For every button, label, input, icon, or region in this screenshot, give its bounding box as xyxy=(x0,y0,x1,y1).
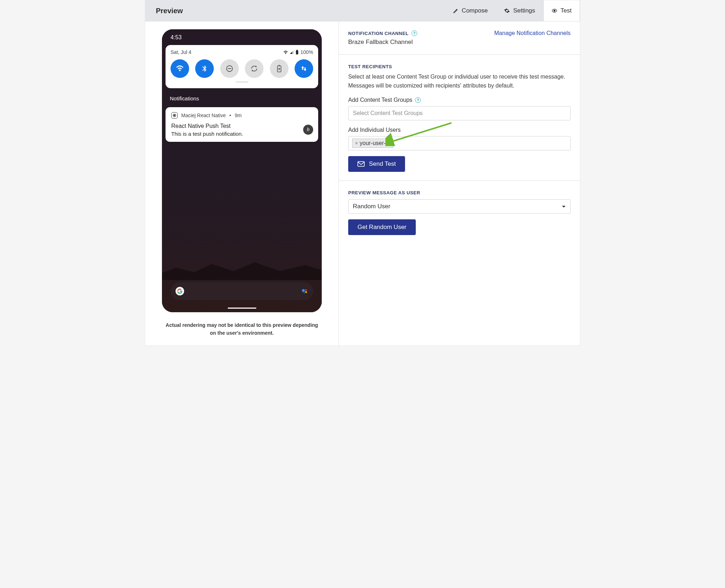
channel-value: Braze Fallback Channel xyxy=(348,39,571,46)
notifications-heading: Notifications xyxy=(162,88,322,104)
dnd-icon xyxy=(226,65,233,73)
svg-point-14 xyxy=(304,293,305,294)
groups-field-label: Add Content Test Groups xyxy=(348,97,412,103)
svg-point-7 xyxy=(174,115,175,116)
gear-icon xyxy=(504,8,510,14)
qs-wifi-toggle[interactable] xyxy=(171,59,189,78)
chip-label: your-user-id xyxy=(360,140,390,146)
preview-user-select[interactable]: Random User xyxy=(348,199,571,214)
assistant-icon xyxy=(301,288,308,295)
content-test-groups-input[interactable] xyxy=(348,106,571,120)
notification-app-name: Maciej React Native xyxy=(181,113,226,118)
button-label: Get Random User xyxy=(357,224,406,231)
help-icon[interactable]: ? xyxy=(411,30,417,36)
notification-card[interactable]: Maciej React Native • 9m React Native Pu… xyxy=(166,107,318,142)
svg-rect-1 xyxy=(296,50,298,54)
preview-panel: 4:53 Sat, Jul 4 100% xyxy=(145,21,339,345)
tab-label: Test xyxy=(561,7,572,14)
app-shell: Preview Compose Settings Test xyxy=(145,0,580,346)
mountains-silhouette xyxy=(162,251,322,280)
qs-rotate-toggle[interactable] xyxy=(245,59,263,78)
battery-saver-icon xyxy=(276,65,282,73)
quick-settings-card: Sat, Jul 4 100% xyxy=(166,45,318,88)
battery-percent: 100% xyxy=(300,49,313,55)
status-indicators: 100% xyxy=(283,49,313,55)
notification-title: React Native Push Test xyxy=(171,123,312,129)
section-heading: NOTIFICATION CHANNEL xyxy=(348,31,409,36)
notification-channel-section: NOTIFICATION CHANNEL ? Manage Notificati… xyxy=(339,21,580,55)
page-title: Preview xyxy=(145,0,445,21)
caret-down-icon xyxy=(562,203,566,210)
section-heading: PREVIEW MESSAGE AS USER xyxy=(348,190,420,195)
envelope-icon xyxy=(357,161,365,167)
tab-label: Compose xyxy=(462,7,488,14)
send-test-button[interactable]: Send Test xyxy=(348,156,405,172)
svg-point-12 xyxy=(305,289,307,291)
tab-compose[interactable]: Compose xyxy=(445,0,496,21)
tab-settings[interactable]: Settings xyxy=(496,0,543,21)
svg-point-11 xyxy=(302,289,305,292)
individual-users-input[interactable]: ✕ your-user-id xyxy=(348,136,571,150)
users-field-label: Add Individual Users xyxy=(348,127,401,133)
groups-input-field[interactable] xyxy=(352,110,567,117)
section-heading: TEST RECIPIENTS xyxy=(348,64,392,69)
notification-age: 9m xyxy=(235,113,241,118)
tab-test[interactable]: Test xyxy=(543,0,580,21)
signal-icon xyxy=(290,50,294,54)
status-time: 4:53 xyxy=(162,29,322,43)
eye-icon xyxy=(552,8,557,14)
svg-point-13 xyxy=(305,291,307,293)
preview-disclaimer: Actual rendering may not be identical to… xyxy=(165,322,319,337)
rotate-icon xyxy=(250,65,258,73)
data-swap-icon xyxy=(300,65,307,72)
svg-rect-16 xyxy=(358,161,364,166)
top-bar: Preview Compose Settings Test xyxy=(145,0,580,21)
section-description: Select at least one Content Test Group o… xyxy=(348,73,571,90)
wifi-icon xyxy=(176,64,184,73)
tab-bar: Compose Settings Test xyxy=(445,0,580,21)
app-icon xyxy=(171,112,178,119)
google-search-pill[interactable] xyxy=(171,282,313,300)
user-chip[interactable]: ✕ your-user-id xyxy=(352,139,393,148)
svg-rect-6 xyxy=(278,65,280,66)
test-panel: NOTIFICATION CHANNEL ? Manage Notificati… xyxy=(339,21,580,345)
qs-data-toggle[interactable] xyxy=(295,59,313,78)
notification-badge: b xyxy=(303,125,313,135)
help-icon[interactable]: ? xyxy=(415,97,421,103)
qs-dnd-toggle[interactable] xyxy=(220,59,239,78)
google-logo-icon xyxy=(176,287,184,295)
button-label: Send Test xyxy=(369,160,396,168)
wifi-icon xyxy=(283,50,288,54)
users-input-field[interactable] xyxy=(395,140,567,147)
test-recipients-section: TEST RECIPIENTS Select at least one Cont… xyxy=(339,55,580,181)
qs-bluetooth-toggle[interactable] xyxy=(195,59,214,78)
notification-body: This is a test push notification. xyxy=(171,131,312,137)
bluetooth-icon xyxy=(201,65,208,73)
qs-drag-handle[interactable] xyxy=(236,81,248,83)
pencil-icon xyxy=(453,8,459,14)
get-random-user-button[interactable]: Get Random User xyxy=(348,219,416,235)
phone-mock: 4:53 Sat, Jul 4 100% xyxy=(162,29,322,312)
home-indicator[interactable] xyxy=(228,308,256,309)
manage-channels-link[interactable]: Manage Notification Channels xyxy=(494,30,571,36)
qs-battery-saver-toggle[interactable] xyxy=(270,59,288,78)
remove-chip-icon[interactable]: ✕ xyxy=(355,141,358,146)
preview-as-user-section: PREVIEW MESSAGE AS USER Random User Get … xyxy=(339,181,580,244)
select-value: Random User xyxy=(353,203,390,210)
tab-label: Settings xyxy=(513,7,535,14)
status-date: Sat, Jul 4 xyxy=(171,49,191,55)
svg-point-0 xyxy=(554,10,555,11)
battery-icon xyxy=(295,50,299,55)
svg-rect-2 xyxy=(297,50,298,50)
bullet: • xyxy=(230,113,231,118)
